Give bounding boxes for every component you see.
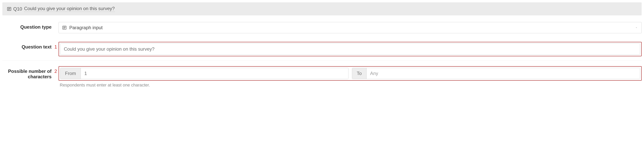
from-addon: From [60,68,81,79]
row-char-limits: Possible number of characters 2 From To [2,61,642,92]
question-id: Q10 [13,6,22,12]
label-possible-chars: Possible number of characters [8,69,52,79]
char-help-text: Respondents must enter at least one char… [60,83,642,88]
question-type-value: Paragraph input [69,25,635,30]
paragraph-icon [7,7,11,11]
question-type-select[interactable]: Paragraph input [58,22,642,33]
highlight-char-limits: From To [58,66,642,81]
row-question-text: Question text 1 [2,38,642,61]
to-segment: To [352,68,640,79]
label-question-type: Question type [20,24,52,30]
from-segment: From [60,68,348,79]
highlight-question-text [58,42,642,56]
question-text-input[interactable] [60,43,640,55]
callout-marker-2: 2 [54,69,57,74]
char-from-input[interactable] [81,68,348,79]
question-preview-text: Could you give your opinion on this surv… [24,6,114,12]
chevron-down-icon [635,26,638,29]
row-question-type: Question type Paragraph input [2,18,642,38]
question-header[interactable]: Q10 Could you give your opinion on this … [2,2,642,15]
char-to-input[interactable] [366,68,640,79]
callout-marker-1: 1 [54,44,57,49]
paragraph-icon [62,25,66,30]
to-addon: To [352,68,366,79]
marker-placeholder [53,22,58,24]
label-question-text: Question text [22,44,52,49]
